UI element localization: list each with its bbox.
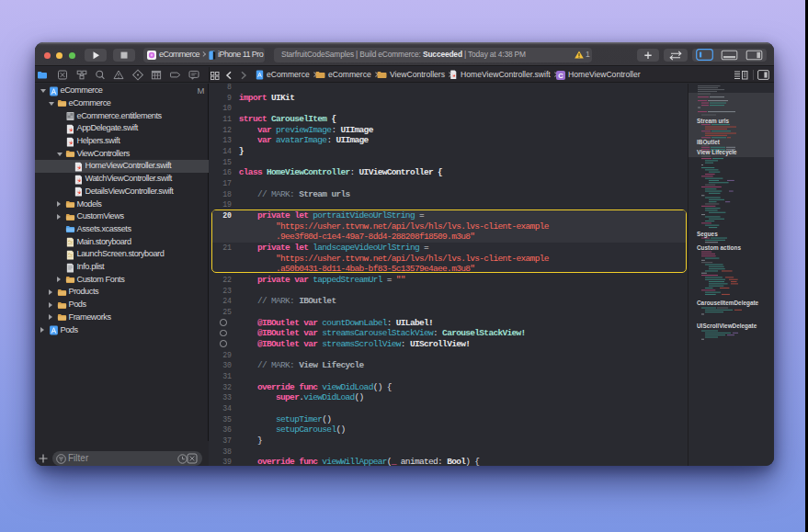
svg-text:C: C	[558, 71, 563, 79]
